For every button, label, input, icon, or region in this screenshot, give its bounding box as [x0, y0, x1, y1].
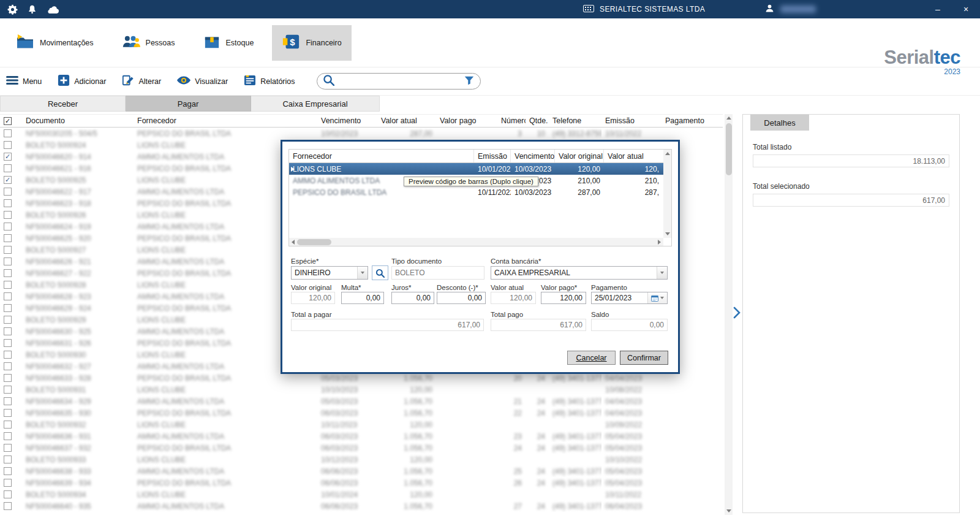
- minimize-button[interactable]: –: [924, 0, 952, 18]
- pagamento-date-field[interactable]: 25/01/2023: [591, 292, 668, 304]
- desconto-field[interactable]: 0,00: [437, 292, 486, 304]
- module-estoque[interactable]: Estoque: [194, 25, 264, 61]
- row-checkbox[interactable]: [4, 351, 12, 359]
- row-checkbox[interactable]: [4, 455, 12, 463]
- bell-icon[interactable]: [28, 4, 37, 15]
- table-row[interactable]: NF500046637 - 932PEPSICO DO BRASIL LTDA0…: [0, 442, 723, 454]
- module-financeiro[interactable]: $ Financeiro: [272, 25, 351, 61]
- scroll-up-arrow[interactable]: [663, 150, 671, 158]
- row-checkbox[interactable]: [4, 188, 12, 196]
- col-qtde[interactable]: Qtde.: [526, 115, 549, 127]
- row-checkbox[interactable]: [4, 316, 12, 324]
- table-row[interactable]: BOLETO 5000934LIONS CLUBE10/01/2024120,0…: [0, 489, 723, 500]
- row-checkbox[interactable]: [4, 467, 12, 475]
- row-checkbox[interactable]: [4, 223, 12, 231]
- scroll-down-arrow[interactable]: [663, 230, 671, 238]
- scroll-right-arrow[interactable]: [655, 238, 663, 246]
- row-checkbox[interactable]: [4, 339, 12, 347]
- table-row[interactable]: NF500046639 - 934PEPSICO DO BRASIL LTDA0…: [0, 477, 723, 489]
- row-checkbox[interactable]: [4, 211, 12, 219]
- row-checkbox[interactable]: [4, 269, 12, 277]
- col-fornecedor[interactable]: Fornecedor: [134, 115, 317, 127]
- table-row[interactable]: NF500046636 - 931AMMO ALIMENTOS LTDA06/0…: [0, 430, 723, 442]
- tab-receber[interactable]: Receber: [0, 96, 126, 112]
- row-checkbox[interactable]: [4, 292, 12, 300]
- row-checkbox[interactable]: [4, 164, 12, 172]
- especie-search-button[interactable]: [372, 265, 388, 280]
- scroll-up-arrow[interactable]: [725, 114, 733, 122]
- col-documento[interactable]: Documento: [22, 115, 134, 127]
- mcol-valor-atual[interactable]: Valor atual: [604, 150, 663, 162]
- panel-expand-chevron[interactable]: [733, 307, 741, 321]
- table-row[interactable]: NF500030205 - 504/5PEPSICO DO BRASIL LTD…: [0, 128, 723, 139]
- row-checkbox[interactable]: [4, 304, 12, 312]
- scroll-thumb[interactable]: [726, 123, 732, 175]
- row-checkbox[interactable]: [4, 199, 12, 207]
- col-valor-atual[interactable]: Valor atual: [377, 115, 436, 127]
- user-icon[interactable]: [764, 3, 775, 16]
- select-all-checkbox[interactable]: [4, 117, 12, 125]
- table-row[interactable]: NF500046640 - 935AMMO ALIMENTOS LTDA06/0…: [0, 500, 723, 512]
- table-row[interactable]: BOLETO 5000933LIONS CLUBE10/12/2023120,0…: [0, 454, 723, 465]
- table-row[interactable]: NF500046634 - 929AMMO ALIMENTOS LTDA05/0…: [0, 395, 723, 407]
- search-input[interactable]: [339, 77, 459, 86]
- valor-pago-field[interactable]: 120,00: [541, 292, 586, 304]
- calendar-icon[interactable]: [647, 292, 667, 303]
- filter-icon[interactable]: [464, 75, 475, 88]
- row-checkbox[interactable]: [4, 432, 12, 440]
- row-checkbox[interactable]: [4, 246, 12, 254]
- mcol-fornecedor[interactable]: Fornecedor: [289, 150, 474, 162]
- relatorios-button[interactable]: Relatórios: [244, 75, 295, 88]
- row-checkbox[interactable]: [4, 421, 12, 429]
- tab-caixa-empresarial[interactable]: Caixa Empresarial: [251, 96, 380, 112]
- cancelar-button[interactable]: Cancelar: [567, 351, 616, 365]
- scroll-left-arrow[interactable]: [289, 238, 297, 246]
- row-checkbox[interactable]: [4, 397, 12, 405]
- confirmar-button[interactable]: Confirmar: [620, 351, 668, 365]
- tab-pagar[interactable]: Pagar: [126, 96, 251, 112]
- especie-select[interactable]: DINHEIRO: [291, 266, 368, 280]
- gear-icon[interactable]: [7, 4, 18, 15]
- modal-table-row[interactable]: PEPSICO DO BRASIL LTDA10/11/202210/03/20…: [289, 186, 671, 198]
- col-valor-pago[interactable]: Valor pago: [436, 115, 497, 127]
- table-row[interactable]: NF500046635 - 930PEPSICO DO BRASIL LTDA0…: [0, 407, 723, 419]
- row-checkbox[interactable]: [4, 153, 12, 161]
- mcol-vencimento[interactable]: Vencimento: [511, 150, 555, 162]
- alterar-button[interactable]: Alterar: [122, 74, 161, 88]
- row-checkbox[interactable]: [4, 129, 12, 137]
- tab-detalhes[interactable]: Detalhes: [750, 115, 809, 131]
- scroll-down-arrow[interactable]: [725, 507, 733, 515]
- row-checkbox[interactable]: [4, 176, 12, 184]
- scroll-thumb[interactable]: [297, 239, 331, 245]
- row-checkbox[interactable]: [4, 409, 12, 417]
- row-checkbox[interactable]: [4, 234, 12, 242]
- row-checkbox[interactable]: [4, 490, 12, 498]
- table-row[interactable]: NF500046638 - 933AMMO ALIMENTOS LTDA06/0…: [0, 465, 723, 477]
- adicionar-button[interactable]: Adicionar: [58, 74, 106, 88]
- mcol-valor-original[interactable]: Valor original: [555, 150, 604, 162]
- module-movimentacoes[interactable]: Movimentações: [6, 25, 104, 61]
- mcol-emissao[interactable]: Emissão: [474, 150, 511, 162]
- modal-vertical-scrollbar[interactable]: [663, 150, 671, 238]
- close-button[interactable]: ×: [952, 0, 980, 18]
- chevron-down-icon[interactable]: [357, 267, 368, 279]
- col-telefone[interactable]: Telefone: [549, 115, 601, 127]
- col-pagamento[interactable]: Pagamento: [662, 115, 723, 127]
- row-checkbox[interactable]: [4, 281, 12, 289]
- table-vertical-scrollbar[interactable]: [725, 114, 733, 515]
- row-checkbox[interactable]: [4, 327, 12, 335]
- cloud-icon[interactable]: [47, 5, 59, 13]
- row-checkbox[interactable]: [4, 374, 12, 382]
- multa-field[interactable]: 0,00: [341, 292, 384, 304]
- row-checkbox[interactable]: [4, 386, 12, 394]
- table-row[interactable]: BOLETO 5000932LIONS CLUBE10/11/2023120,0…: [0, 419, 723, 430]
- row-checkbox[interactable]: [4, 444, 12, 452]
- col-emissao[interactable]: Emissão: [601, 115, 662, 127]
- visualizar-button[interactable]: Visualizar: [177, 76, 228, 86]
- juros-field[interactable]: 0,00: [391, 292, 434, 304]
- menu-button[interactable]: Menu: [6, 75, 42, 87]
- modal-table-row[interactable]: LIONS CLUBE10/01/202210/03/2023120,00120…: [289, 163, 671, 175]
- row-checkbox[interactable]: [4, 141, 12, 149]
- conta-bancaria-select[interactable]: CAIXA EMPRESARIAL: [491, 266, 668, 280]
- row-checkbox[interactable]: [4, 502, 12, 510]
